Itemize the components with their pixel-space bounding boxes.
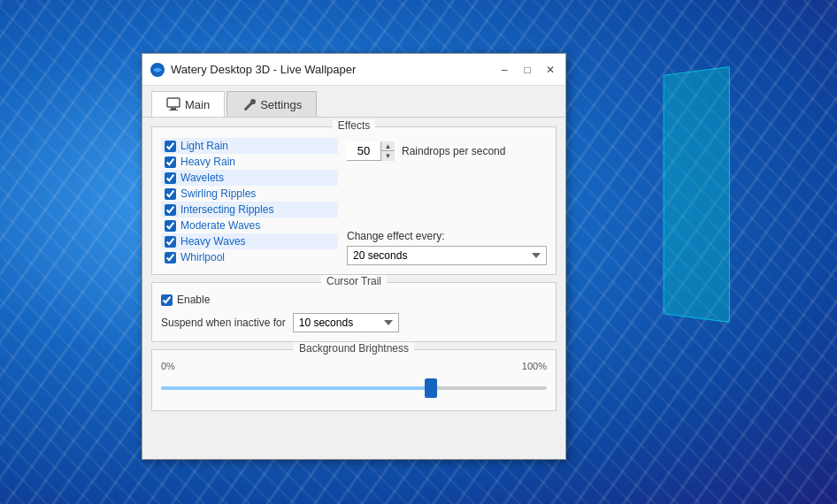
minimize-button[interactable]: – — [496, 62, 512, 78]
cursor-inner: Enable Suspend when inactive for 10 seco… — [161, 294, 547, 332]
spinner-up-button[interactable]: ▲ — [380, 141, 395, 151]
svg-rect-1 — [167, 98, 180, 107]
tab-bar: Main Settings — [142, 86, 565, 118]
suspend-select[interactable]: 10 seconds 5 seconds 30 seconds 60 secon… — [293, 313, 399, 332]
tab-main-label: Main — [185, 98, 210, 111]
brightness-title: Background Brightness — [294, 342, 414, 355]
tab-settings-label: Settings — [260, 98, 302, 111]
wrench-icon — [242, 97, 256, 111]
effect-swirling-ripples-label: Swirling Ripples — [180, 187, 256, 200]
effect-heavy-rain-label: Heavy Rain — [180, 156, 235, 168]
window-controls: – □ ✕ — [496, 62, 558, 78]
brightness-min-label: 0% — [161, 361, 175, 371]
effect-heavy-waves-checkbox[interactable] — [165, 236, 176, 248]
enable-label: Enable — [177, 294, 210, 306]
app-icon — [150, 62, 165, 78]
enable-checkbox[interactable] — [161, 294, 173, 306]
effect-heavy-waves[interactable]: Heavy Waves — [161, 233, 338, 249]
svg-rect-3 — [169, 110, 178, 111]
brightness-max-label: 100% — [522, 361, 547, 371]
change-effect-row: Change effect every: 20 seconds 10 secon… — [347, 230, 547, 265]
effect-light-rain[interactable]: Light Rain — [161, 138, 338, 154]
raindrops-row: ▲ ▼ Raindrops per second — [347, 141, 547, 161]
spinner-buttons: ▲ ▼ — [380, 141, 395, 161]
change-effect-select[interactable]: 20 seconds 10 seconds 30 seconds 60 seco… — [347, 246, 547, 265]
effect-wavelets[interactable]: Wavelets — [161, 170, 338, 186]
effect-intersecting-ripples-label: Intersecting Ripples — [180, 203, 273, 216]
brightness-track — [161, 386, 547, 390]
main-window: Watery Desktop 3D - Live Wallpaper – □ ✕… — [142, 53, 566, 460]
change-effect-label: Change effect every: — [347, 230, 547, 242]
brightness-section: Background Brightness 0% 100% — [151, 349, 557, 411]
brightness-thumb[interactable] — [425, 378, 437, 398]
effect-intersecting-ripples[interactable]: Intersecting Ripples — [161, 202, 338, 218]
brightness-slider-wrap — [161, 375, 547, 401]
monitor-icon — [166, 97, 180, 111]
svg-rect-2 — [171, 108, 176, 110]
tab-main[interactable]: Main — [151, 91, 225, 117]
effect-heavy-rain-checkbox[interactable] — [165, 157, 176, 168]
raindrops-label: Raindrops per second — [402, 145, 505, 157]
effect-wavelets-label: Wavelets — [180, 172, 224, 184]
brightness-labels: 0% 100% — [161, 361, 547, 371]
maximize-button[interactable]: □ — [519, 62, 535, 78]
content-area: Effects Light Rain Heavy Rain Wavelets — [142, 118, 565, 459]
close-button[interactable]: ✕ — [542, 62, 558, 78]
effect-moderate-waves-label: Moderate Waves — [180, 219, 260, 232]
cursor-trail-section: Cursor Trail Enable Suspend when inactiv… — [151, 282, 557, 342]
effects-title: Effects — [333, 119, 375, 132]
brightness-inner: 0% 100% — [161, 361, 547, 401]
effect-moderate-waves[interactable]: Moderate Waves — [161, 218, 338, 233]
suspend-row: Suspend when inactive for 10 seconds 5 s… — [161, 313, 547, 332]
effect-whirlpool[interactable]: Whirlpool — [161, 249, 338, 265]
enable-row: Enable — [161, 294, 547, 306]
suspend-label: Suspend when inactive for — [161, 317, 286, 329]
title-bar: Watery Desktop 3D - Live Wallpaper – □ ✕ — [142, 54, 565, 86]
effect-whirlpool-label: Whirlpool — [180, 251, 225, 263]
effect-swirling-ripples-checkbox[interactable] — [165, 188, 176, 200]
effect-wavelets-checkbox[interactable] — [165, 172, 176, 184]
window-title: Watery Desktop 3D - Live Wallpaper — [171, 63, 496, 76]
spinner-down-button[interactable]: ▼ — [380, 151, 395, 161]
effect-intersecting-ripples-checkbox[interactable] — [165, 204, 176, 216]
effects-right-panel: ▲ ▼ Raindrops per second Change effect e… — [347, 138, 547, 265]
brightness-fill — [161, 386, 431, 390]
effects-inner: Light Rain Heavy Rain Wavelets Swirling … — [161, 138, 547, 265]
cursor-trail-title: Cursor Trail — [321, 275, 387, 287]
raindrops-input[interactable] — [347, 141, 380, 161]
effects-checklist: Light Rain Heavy Rain Wavelets Swirling … — [161, 138, 338, 265]
spinner-group: ▲ ▼ — [347, 141, 395, 161]
effect-swirling-ripples[interactable]: Swirling Ripples — [161, 186, 338, 202]
effect-whirlpool-checkbox[interactable] — [165, 252, 176, 263]
effect-heavy-waves-label: Heavy Waves — [180, 235, 246, 248]
effect-heavy-rain[interactable]: Heavy Rain — [161, 154, 338, 170]
cyan-panel — [664, 66, 730, 323]
effect-light-rain-label: Light Rain — [180, 140, 228, 152]
effects-section: Effects Light Rain Heavy Rain Wavelets — [151, 126, 557, 275]
effect-moderate-waves-checkbox[interactable] — [165, 220, 176, 232]
effect-light-rain-checkbox[interactable] — [165, 141, 176, 152]
tab-settings[interactable]: Settings — [227, 91, 317, 117]
